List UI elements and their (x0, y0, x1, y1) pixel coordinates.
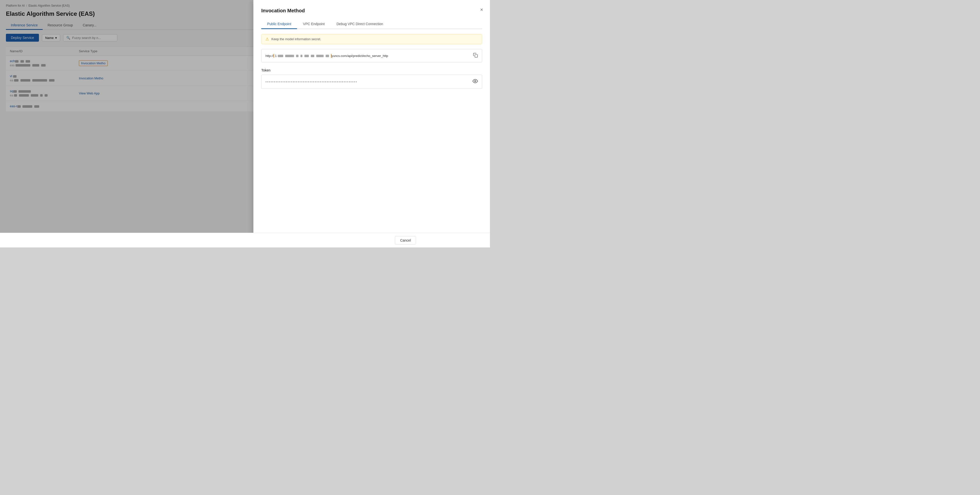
svg-rect-0 (475, 55, 478, 57)
tab-vpc-endpoint[interactable]: VPC Endpoint (297, 19, 331, 29)
endpoint-url-box: http://1yuncs.com/api/predict/echo_serve… (261, 49, 482, 62)
url-plain-prefix: http:// (266, 54, 274, 58)
warning-banner: ⚠ Keep the model information secret. (261, 34, 482, 44)
tab-debug-vpc[interactable]: Debug VPC Direct Connection (331, 19, 389, 29)
modal-overlay: × Invocation Method Public Endpoint VPC … (0, 0, 490, 247)
token-label: Token (261, 68, 482, 72)
invocation-method-modal: × Invocation Method Public Endpoint VPC … (253, 0, 490, 247)
endpoint-url: http://1yuncs.com/api/predict/echo_serve… (266, 54, 470, 58)
copy-url-button[interactable] (473, 53, 478, 59)
url-suffix: yuncs.com/api/predict/echo_server_http (331, 54, 388, 58)
modal-close-button[interactable]: × (480, 7, 483, 13)
url-highlighted: 1 (274, 54, 331, 58)
token-value: ••••••••••••••••••••••••••••••••••••••••… (266, 80, 473, 84)
warning-text: Keep the model information secret. (271, 37, 321, 41)
tab-public-endpoint[interactable]: Public Endpoint (261, 19, 297, 29)
modal-title: Invocation Method (261, 8, 482, 14)
toggle-token-visibility-button[interactable] (473, 78, 478, 85)
modal-tabs: Public Endpoint VPC Endpoint Debug VPC D… (261, 19, 482, 29)
bottom-cancel-button[interactable]: Cancel (395, 236, 416, 245)
bottom-bar: Cancel (0, 233, 490, 247)
token-box: ••••••••••••••••••••••••••••••••••••••••… (261, 75, 482, 89)
warning-icon: ⚠ (266, 37, 269, 41)
svg-point-1 (474, 80, 476, 82)
